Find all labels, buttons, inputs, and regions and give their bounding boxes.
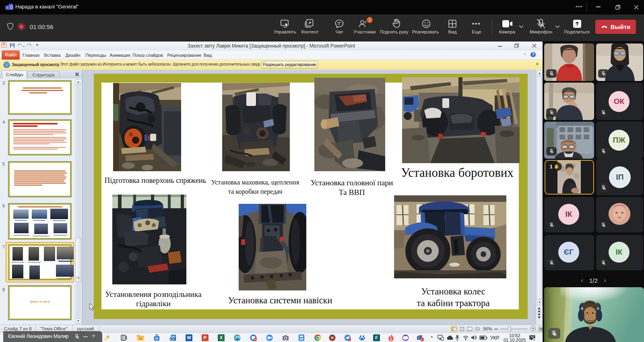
- svg-text:45: 45: [254, 338, 256, 341]
- svg-text:T: T: [6, 6, 8, 10]
- svg-text:9+: 9+: [421, 338, 423, 341]
- svg-text:2: 2: [349, 339, 350, 341]
- svg-text:T: T: [418, 337, 420, 340]
